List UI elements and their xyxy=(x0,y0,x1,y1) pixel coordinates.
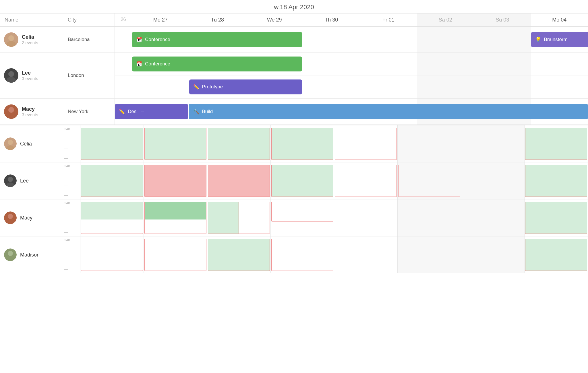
timeline-label-madison: 24h — — — xyxy=(63,236,80,273)
timeline-row-lee: Lee 24h — — — xyxy=(0,162,588,199)
timeline-person-name: Celia xyxy=(20,141,32,147)
timeline-block-partial xyxy=(271,202,333,222)
event-bar-conference-celia[interactable]: 📅 Conference xyxy=(132,32,302,47)
timeline-person-info: Celia xyxy=(0,125,63,162)
gantt-day-su03-celia xyxy=(474,27,531,52)
city-column-header: City xyxy=(63,13,115,26)
event-bar-prototype-lee[interactable]: ✏️ Prototype xyxy=(189,79,302,94)
timeline-row-madison: Madison 24h — — — xyxy=(0,236,588,273)
app-container: w.18 Apr 2020 Name City 26 Mo 27 Tu 28 W… xyxy=(0,0,588,373)
event-bar-desi-macy[interactable]: ✏️ Desi → xyxy=(115,104,188,119)
timeline-col-su03-madison xyxy=(461,236,525,273)
day-header-sa02: Sa 02 xyxy=(417,13,474,26)
day-header-fr01: Fr 01 xyxy=(360,13,417,26)
table-row: Lee 3 events London xyxy=(0,53,588,99)
timeline-block-empty-half xyxy=(239,202,270,234)
timeline-col-sa02-madison xyxy=(398,236,461,273)
timeline-col-fr01-macy xyxy=(334,199,398,236)
avatar xyxy=(4,248,17,261)
timeline-block-green xyxy=(271,165,333,197)
event-bar-brainstorm-celia[interactable]: 💡 Brainstorm xyxy=(531,32,588,47)
timeline-col-mo27-macy xyxy=(80,199,144,236)
timeline-person-info: Macy xyxy=(0,199,63,236)
event-label: Prototype xyxy=(202,84,223,90)
timeline-section: Celia 24h — — — xyxy=(0,125,588,373)
timeline-label-macy: 24h — — — xyxy=(63,199,80,236)
timeline-col-tu28-madison xyxy=(144,236,207,273)
timeline-block-outline xyxy=(81,239,143,271)
pencil-icon: ✏️ xyxy=(193,84,199,90)
event-bar-conference-lee[interactable]: 📅 Conference xyxy=(132,57,302,71)
svg-point-4 xyxy=(8,71,14,77)
timeline-person-info: Madison xyxy=(0,236,63,273)
day-header-we29: We 29 xyxy=(246,13,303,26)
timeline-block-green-half xyxy=(208,202,239,234)
person-details-celia: Celia 2 events xyxy=(22,34,38,45)
avatar xyxy=(4,104,18,119)
person-events-count: 2 events xyxy=(22,40,38,45)
gantt-day-th30-celia xyxy=(303,27,360,52)
timeline-block-green xyxy=(81,165,143,197)
timeline-days-celia xyxy=(80,125,588,162)
table-row: Macy 3 events New York ✏️ xyxy=(0,99,588,125)
timeline-block-red xyxy=(144,165,206,197)
timeline-block-green xyxy=(208,239,270,271)
timeline-block-outline xyxy=(144,202,206,234)
person-info-celia: Celia 2 events xyxy=(0,27,63,52)
timeline-col-mo27-lee xyxy=(80,162,144,199)
timeline-col-fr01-celia xyxy=(334,125,398,162)
timeline-col-tu28-lee xyxy=(144,162,207,199)
person-city-macy: New York xyxy=(63,99,115,125)
gantt-row-celia: 📅 Conference 💡 Brainstorm xyxy=(115,27,588,52)
gantt-day-sa02-celia xyxy=(417,27,474,52)
event-bar-build-macy[interactable]: 🔨 Build xyxy=(189,104,588,119)
timeline-col-tu28-macy xyxy=(144,199,207,236)
table-row: Celia 2 events Barcelona xyxy=(0,27,588,53)
timeline-col-we29-lee xyxy=(207,162,271,199)
timeline-block-red xyxy=(208,165,270,197)
timeline-person-name: Lee xyxy=(20,178,29,184)
timeline-col-fr01-lee xyxy=(334,162,398,199)
person-details-lee: Lee 3 events xyxy=(22,70,38,81)
event-label: Build xyxy=(202,109,213,114)
timeline-block-green xyxy=(208,128,270,160)
timeline-days-macy xyxy=(80,199,588,236)
person-name: Celia xyxy=(22,34,38,40)
bulb-icon: 💡 xyxy=(535,36,541,42)
timeline-col-mo04-madison xyxy=(525,236,588,273)
timeline-col-tu28-celia xyxy=(144,125,207,162)
person-city-lee: London xyxy=(63,53,115,98)
name-column-header: Name xyxy=(0,13,63,26)
timeline-block-empty xyxy=(335,165,397,197)
timeline-col-mo27-celia xyxy=(80,125,144,162)
calendar-icon: 📅 xyxy=(136,36,142,42)
avatar xyxy=(4,32,18,47)
timeline-col-th30-madison xyxy=(271,236,334,273)
svg-point-16 xyxy=(8,214,13,219)
timeline-block-empty xyxy=(398,165,460,197)
arrow-icon: → xyxy=(140,109,144,114)
person-events-count: 3 events xyxy=(22,76,38,81)
timeline-person-name: Madison xyxy=(20,252,40,258)
avatar xyxy=(4,137,17,150)
event-label: Conference xyxy=(145,37,170,42)
timeline-col-fr01-madison xyxy=(334,236,398,273)
timeline-label-celia: 24h — — — xyxy=(63,125,80,162)
timeline-block-empty xyxy=(335,128,397,160)
svg-point-7 xyxy=(8,107,14,113)
timeline-col-mo04-lee xyxy=(525,162,588,199)
event-label: Conference xyxy=(145,61,170,67)
timeline-col-su03-macy xyxy=(461,199,525,236)
timeline-col-th30-lee xyxy=(271,162,334,199)
timeline-person-name: Macy xyxy=(20,215,32,221)
svg-point-19 xyxy=(8,251,13,256)
timeline-col-sa02-lee xyxy=(398,162,461,199)
event-label: Brainstorm xyxy=(544,37,568,42)
timeline-block-green xyxy=(271,128,333,160)
gantt-section: Celia 2 events Barcelona xyxy=(0,27,588,125)
timeline-col-mo04-macy xyxy=(525,199,588,236)
timeline-block-green xyxy=(525,128,587,160)
person-details-macy: Macy 3 events xyxy=(22,106,38,117)
day-header-mo27: Mo 27 xyxy=(132,13,189,26)
column-headers: Name City 26 Mo 27 Tu 28 We 29 Th 30 Fr … xyxy=(0,13,588,27)
